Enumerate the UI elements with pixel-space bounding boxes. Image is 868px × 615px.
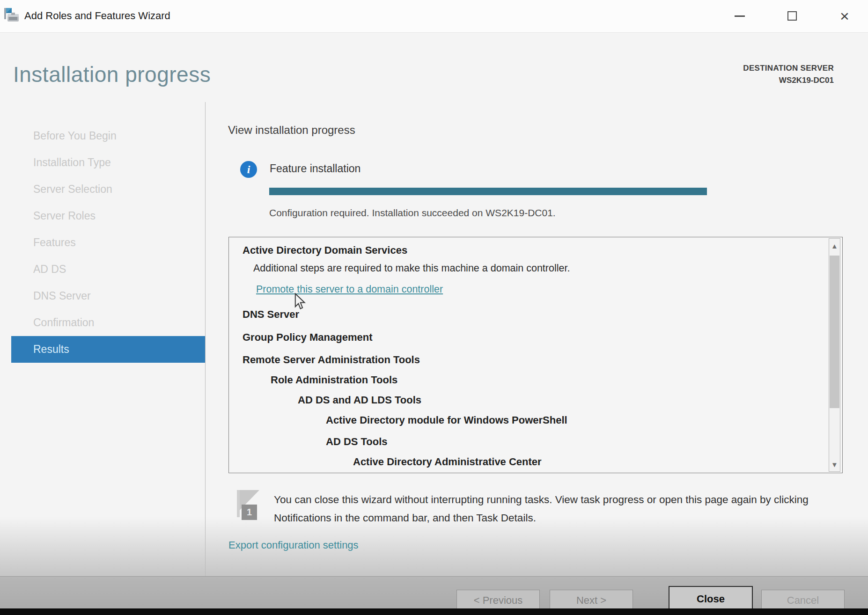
section-title: View installation progress (228, 124, 355, 137)
sidebar-item-results[interactable]: Results (11, 336, 206, 363)
sidebar-item-features: Features (11, 229, 206, 256)
scrollbar-thumb[interactable] (830, 256, 839, 408)
list-item-note: Additional steps are required to make th… (253, 263, 570, 274)
promote-server-link[interactable]: Promote this server to a domain controll… (256, 284, 443, 295)
sidebar-item-confirmation: Confirmation (11, 309, 206, 336)
vertical-scrollbar[interactable]: ▲ ▼ (829, 238, 840, 472)
list-item: Remote Server Administration Tools (243, 354, 420, 366)
scroll-down-icon[interactable]: ▼ (829, 457, 840, 471)
info-icon: i (240, 161, 257, 178)
scroll-up-icon[interactable]: ▲ (829, 239, 840, 253)
sidebar-item-dns-server: DNS Server (11, 283, 206, 309)
progress-bar-fill (269, 188, 707, 195)
minimize-button[interactable] (725, 4, 755, 28)
destination-server-name: WS2K19-DC01 (743, 76, 834, 85)
installed-features-list: Active Directory Domain Services Additio… (228, 237, 843, 473)
sidebar-item-server-selection: Server Selection (11, 176, 206, 203)
installation-status-text: Configuration required. Installation suc… (269, 207, 556, 219)
maximize-button[interactable] (777, 4, 807, 28)
close-window-button[interactable]: × (830, 4, 860, 28)
video-letterbox-bar (0, 608, 868, 615)
minimize-icon (735, 15, 745, 17)
installation-progress-bar (269, 188, 707, 195)
feature-installation-label: Feature installation (270, 162, 360, 175)
list-item: Active Directory Administrative Center (353, 456, 542, 468)
wizard-app-icon (4, 7, 20, 23)
export-configuration-link[interactable]: Export configuration settings (228, 539, 359, 551)
list-item: AD DS and AD LDS Tools (298, 395, 421, 406)
wizard-note-text: You can close this wizard without interr… (274, 491, 829, 527)
list-item: Active Directory module for Windows Powe… (326, 415, 567, 426)
sidebar-item-server-roles: Server Roles (11, 203, 206, 229)
maximize-icon (787, 11, 797, 21)
list-item: Group Policy Management (243, 332, 373, 343)
sidebar-item-installation-type: Installation Type (11, 149, 206, 176)
sidebar-content-divider (205, 102, 206, 576)
destination-server-block: DESTINATION SERVER WS2K19-DC01 (743, 64, 834, 85)
list-item: Active Directory Domain Services (243, 245, 407, 256)
title-bar: Add Roles and Features Wizard × (0, 0, 868, 33)
mouse-cursor (293, 293, 307, 311)
sidebar-item-ad-ds: AD DS (11, 256, 206, 283)
page-title: Installation progress (13, 62, 211, 87)
destination-server-label: DESTINATION SERVER (743, 64, 834, 73)
close-icon: × (840, 8, 849, 24)
task-count-badge: 1 (242, 505, 257, 520)
sidebar-item-before-you-begin: Before You Begin (11, 123, 206, 149)
list-item: Role Administration Tools (271, 374, 397, 386)
window-title: Add Roles and Features Wizard (24, 10, 170, 22)
list-item: AD DS Tools (326, 436, 388, 447)
wizard-steps-sidebar: Before You Begin Installation Type Serve… (11, 123, 206, 363)
list-item: DNS Server (243, 309, 299, 320)
